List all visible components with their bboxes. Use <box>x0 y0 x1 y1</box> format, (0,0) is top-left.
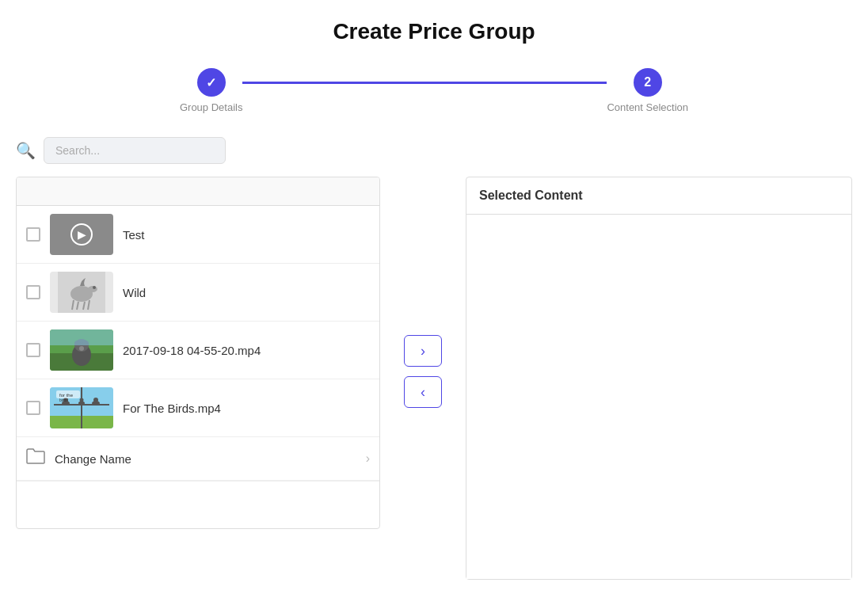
transfer-buttons: › ‹ <box>380 335 466 408</box>
search-icon: 🔍 <box>16 141 36 160</box>
folder-icon <box>26 448 45 469</box>
item-name-mp4-1: 2017-09-18 04-55-20.mp4 <box>123 344 370 357</box>
svg-rect-15 <box>50 329 113 345</box>
chevron-right-icon: › <box>421 343 425 360</box>
checkmark-icon: ✓ <box>206 75 216 90</box>
svg-text:birds: birds <box>59 398 68 402</box>
step-2-label: Content Selection <box>607 101 688 113</box>
transfer-forward-button[interactable]: › <box>404 335 442 367</box>
selected-panel: Selected Content <box>466 177 852 580</box>
step-1: ✓ Group Details <box>180 68 242 113</box>
step-1-circle: ✓ <box>197 68 226 97</box>
list-header <box>17 177 379 206</box>
item-name-test: Test <box>123 228 370 242</box>
page-title: Create Price Group <box>0 0 868 60</box>
main-content: ▶ Test <box>0 177 868 580</box>
folder-name: Change Name <box>55 452 356 466</box>
step-1-label: Group Details <box>180 101 242 113</box>
item-thumb-birds: for the birds <box>50 387 113 428</box>
item-name-wild: Wild <box>123 286 370 299</box>
list-item: for the birds For The Birds.mp4 <box>17 379 379 437</box>
item-name-birds: For The Birds.mp4 <box>123 402 370 415</box>
item-thumb-test: ▶ <box>50 214 113 255</box>
selected-panel-header: Selected Content <box>466 177 851 215</box>
svg-point-14 <box>79 346 84 351</box>
step-2-circle: 2 <box>634 68 662 97</box>
svg-point-23 <box>80 398 84 402</box>
list-item: ▶ Test <box>17 206 379 264</box>
item-checkbox-test[interactable] <box>26 227 40 242</box>
selected-panel-body <box>466 215 851 579</box>
svg-point-7 <box>93 286 96 289</box>
chevron-left-icon: ‹ <box>421 384 425 401</box>
svg-point-25 <box>93 398 98 402</box>
stepper: ✓ Group Details 2 Content Selection <box>0 60 868 137</box>
search-input[interactable] <box>44 137 226 164</box>
list-item: Wild <box>17 264 379 322</box>
search-bar: 🔍 <box>0 137 868 177</box>
list-item-placeholder <box>17 481 379 528</box>
folder-item[interactable]: Change Name › <box>17 437 379 481</box>
item-checkbox-wild[interactable] <box>26 285 40 299</box>
chevron-right-icon: › <box>366 451 370 466</box>
step-2: 2 Content Selection <box>607 68 688 113</box>
item-thumb-wild <box>50 272 113 313</box>
item-checkbox-mp4-1[interactable] <box>26 343 40 357</box>
content-list: ▶ Test <box>16 177 380 529</box>
play-icon: ▶ <box>70 223 93 246</box>
transfer-backward-button[interactable]: ‹ <box>404 376 442 408</box>
item-thumb-mp4-1 <box>50 329 113 371</box>
item-checkbox-birds[interactable] <box>26 401 40 415</box>
step-connector <box>242 82 607 84</box>
list-item: 2017-09-18 04-55-20.mp4 <box>17 322 379 379</box>
svg-point-2 <box>88 286 97 292</box>
